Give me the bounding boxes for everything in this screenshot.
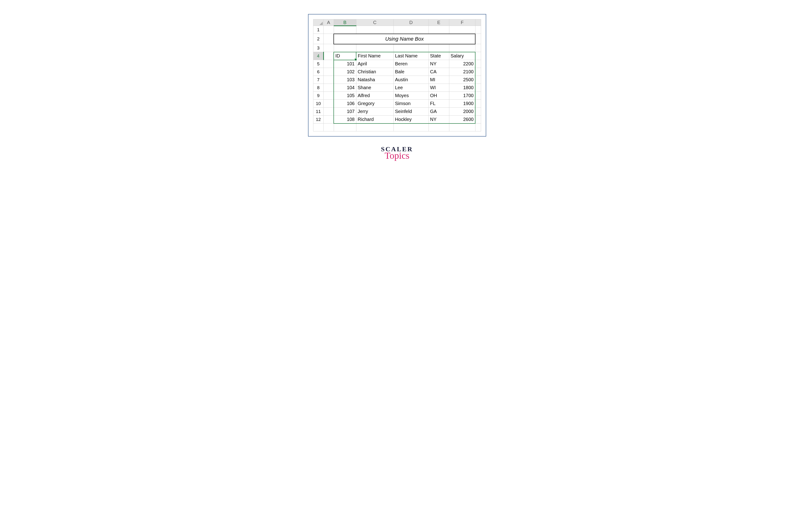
cell[interactable]	[475, 84, 481, 92]
cell[interactable]: Alfred	[356, 92, 394, 100]
cell[interactable]: 107	[334, 108, 356, 116]
cell[interactable]: Bale	[394, 68, 429, 76]
row-header-9[interactable]: 9	[313, 92, 323, 100]
row-header-2[interactable]: 2	[313, 34, 323, 44]
cell[interactable]	[323, 116, 334, 124]
cell[interactable]	[429, 44, 449, 52]
cell[interactable]	[475, 116, 481, 124]
cell[interactable]	[323, 84, 334, 92]
cell-F4[interactable]: Salary	[449, 52, 475, 60]
col-header-E[interactable]: E	[429, 19, 449, 26]
cell[interactable]: MI	[429, 76, 449, 84]
cell[interactable]: 101	[334, 60, 356, 68]
cell[interactable]	[334, 44, 356, 52]
cell[interactable]	[323, 26, 334, 34]
row-header-blank[interactable]	[313, 124, 323, 131]
cell[interactable]	[323, 76, 334, 84]
cell[interactable]	[475, 92, 481, 100]
cell[interactable]	[475, 60, 481, 68]
cell[interactable]: Shane	[356, 84, 394, 92]
cell[interactable]	[449, 26, 475, 34]
row-header-11[interactable]: 11	[313, 108, 323, 116]
cell[interactable]: GA	[429, 108, 449, 116]
col-header-A[interactable]: A	[323, 19, 334, 26]
cell[interactable]	[356, 26, 394, 34]
row-header-3[interactable]: 3	[313, 44, 323, 52]
row-header-4[interactable]: 4	[313, 52, 323, 60]
cell[interactable]	[334, 124, 356, 131]
col-header-C[interactable]: C	[356, 19, 394, 26]
cell[interactable]: 105	[334, 92, 356, 100]
cell-C4[interactable]: First Name	[356, 52, 394, 60]
row-header-10[interactable]: 10	[313, 100, 323, 108]
cell[interactable]	[394, 44, 429, 52]
cell[interactable]: Gregory	[356, 100, 394, 108]
cell[interactable]: 2100	[449, 68, 475, 76]
cell[interactable]: 2600	[449, 116, 475, 124]
cell[interactable]: 1900	[449, 100, 475, 108]
row-header-5[interactable]: 5	[313, 60, 323, 68]
cell[interactable]: NY	[429, 60, 449, 68]
cell[interactable]: 2500	[449, 76, 475, 84]
row-header-12[interactable]: 12	[313, 116, 323, 124]
select-all-corner[interactable]	[313, 19, 323, 26]
cell[interactable]: 108	[334, 116, 356, 124]
cell[interactable]: 1700	[449, 92, 475, 100]
cell[interactable]: Beren	[394, 60, 429, 68]
cell[interactable]: WI	[429, 84, 449, 92]
row-header-1[interactable]: 1	[313, 26, 323, 34]
cell[interactable]: April	[356, 60, 394, 68]
cell[interactable]: FL	[429, 100, 449, 108]
cell-E4[interactable]: State	[429, 52, 449, 60]
cell[interactable]	[475, 108, 481, 116]
cell[interactable]	[323, 124, 334, 131]
cell[interactable]	[323, 60, 334, 68]
cell[interactable]: Natasha	[356, 76, 394, 84]
cell[interactable]	[323, 68, 334, 76]
cell[interactable]	[475, 52, 481, 60]
cell[interactable]: 106	[334, 100, 356, 108]
cell[interactable]: Jerry	[356, 108, 394, 116]
cell[interactable]	[394, 26, 429, 34]
col-header-D[interactable]: D	[394, 19, 429, 26]
cell[interactable]	[323, 108, 334, 116]
cell[interactable]	[475, 100, 481, 108]
cell[interactable]	[449, 44, 475, 52]
cell[interactable]	[475, 26, 481, 34]
row-header-6[interactable]: 6	[313, 68, 323, 76]
cell[interactable]	[323, 44, 334, 52]
cell[interactable]: Austin	[394, 76, 429, 84]
cell[interactable]: 102	[334, 68, 356, 76]
cell[interactable]: 2200	[449, 60, 475, 68]
col-header-B[interactable]: B	[334, 19, 356, 26]
cell[interactable]	[429, 26, 449, 34]
cell[interactable]	[323, 92, 334, 100]
cell[interactable]: 1800	[449, 84, 475, 92]
cell[interactable]	[475, 124, 481, 131]
cell[interactable]: CA	[429, 68, 449, 76]
cell[interactable]	[323, 100, 334, 108]
cell[interactable]: Moyes	[394, 92, 429, 100]
cell[interactable]	[475, 76, 481, 84]
row-header-7[interactable]: 7	[313, 76, 323, 84]
cell[interactable]	[475, 34, 481, 44]
cell[interactable]: 103	[334, 76, 356, 84]
cell[interactable]	[475, 44, 481, 52]
cell-B4-active[interactable]: ID	[334, 52, 356, 60]
cell[interactable]: Hockley	[394, 116, 429, 124]
title-banner[interactable]: Using Name Box	[334, 34, 475, 44]
cell[interactable]: Seinfeld	[394, 108, 429, 116]
cell[interactable]	[429, 124, 449, 131]
cell[interactable]	[475, 68, 481, 76]
cell[interactable]	[394, 124, 429, 131]
cell[interactable]: Christian	[356, 68, 394, 76]
cell[interactable]: NY	[429, 116, 449, 124]
cell[interactable]: Simson	[394, 100, 429, 108]
cell[interactable]	[323, 52, 334, 60]
cell[interactable]	[334, 26, 356, 34]
cell[interactable]: 2000	[449, 108, 475, 116]
cell[interactable]: 104	[334, 84, 356, 92]
row-header-8[interactable]: 8	[313, 84, 323, 92]
col-header-F[interactable]: F	[449, 19, 475, 26]
cell-D4[interactable]: Last Name	[394, 52, 429, 60]
